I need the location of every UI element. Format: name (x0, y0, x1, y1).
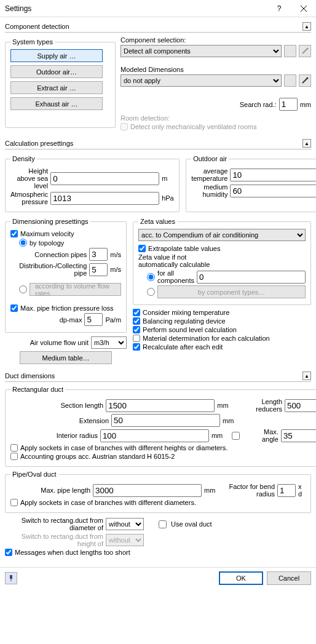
zeta-source-select[interactable]: acc. to Compendium of air conditioning (138, 229, 306, 241)
by-topology-radio[interactable] (19, 239, 27, 247)
legend-system-types: System types (10, 38, 55, 46)
window-title: Settings (5, 4, 267, 13)
eyedropper-button-1[interactable] (299, 45, 311, 57)
label-max-angle: Max. angle (249, 428, 278, 443)
label-section-length: Section length (10, 402, 103, 409)
factor-bend-input[interactable] (277, 484, 296, 497)
section-duct-dimensions: Duct dimensions ▲ Rectangular duct Secti… (5, 370, 311, 556)
use-oval-checkbox[interactable] (159, 520, 167, 528)
label-room-detection: Room detection: (120, 114, 311, 122)
by-types-radio[interactable] (147, 288, 155, 296)
pin-button[interactable] (5, 572, 17, 584)
component-selection-select[interactable]: Detect all components (120, 45, 282, 57)
sound-checkbox[interactable] (133, 326, 140, 333)
label-height: Height above sea level (10, 167, 48, 189)
label-air-volume-unit: Air volume flow unit (5, 339, 89, 346)
outdoor-air-button[interactable]: Outdoor air… (10, 65, 103, 78)
label-search-radius: Search rad.: (240, 101, 277, 108)
legend-outdoor-air: Outdoor air (191, 155, 229, 162)
conn-pipes-input[interactable] (89, 248, 108, 261)
max-angle-input[interactable] (281, 429, 316, 442)
unit-ms: m/s (110, 251, 121, 258)
avg-temp-input[interactable] (230, 169, 316, 181)
component-sel-sq1[interactable] (284, 45, 296, 57)
cancel-button[interactable]: Cancel (267, 571, 311, 585)
interior-radius-input[interactable] (100, 429, 209, 442)
help-button[interactable]: ? (267, 0, 291, 17)
unit-hpa: hPa (162, 194, 174, 202)
unit-mm: mm (211, 432, 224, 439)
consider-mixing-checkbox[interactable] (133, 309, 140, 316)
collapse-button[interactable]: ▲ (302, 139, 311, 148)
for-all-input[interactable] (197, 271, 306, 284)
unit-ms: m/s (110, 266, 121, 273)
dist-pipe-input[interactable] (89, 263, 108, 276)
unit-pam: Pa/m (105, 316, 121, 324)
max-pipe-length-input[interactable] (93, 484, 202, 497)
label-max-friction: Max. pipe friction pressure loss (20, 304, 114, 312)
section-calculation-presettings: Calculation presettings ▲ Density Height… (5, 138, 311, 364)
label-recalculate: Recalculate after each edit (143, 343, 223, 351)
by-types-button: by component types… (157, 285, 306, 298)
switch-diameter-select[interactable]: without (106, 518, 144, 530)
label-consider-mixing: Consider mixing temperature (143, 309, 229, 316)
rect-sockets-checkbox[interactable] (10, 444, 18, 451)
max-friction-checkbox[interactable] (10, 304, 18, 312)
supply-air-button[interactable]: Supply air … (10, 49, 103, 62)
label-switch-height: Switch to rectang.duct from height of (5, 533, 103, 547)
svg-point-5 (307, 78, 309, 79)
label-messages: Messages when duct lengths too short (15, 549, 130, 556)
search-radius-input[interactable] (279, 98, 298, 111)
collapse-button[interactable]: ▲ (302, 22, 311, 31)
material-checkbox[interactable] (133, 335, 140, 342)
label-material: Material determination for each calculat… (143, 335, 270, 342)
max-velocity-checkbox[interactable] (10, 230, 18, 237)
close-button[interactable] (291, 0, 316, 17)
label-for-all: for all components (157, 269, 194, 284)
extension-input[interactable] (111, 414, 220, 427)
section-length-input[interactable] (106, 399, 215, 412)
extrapolate-checkbox[interactable] (138, 245, 146, 252)
acc-volume-radio[interactable] (19, 285, 27, 293)
label-extrapolate: Extrapolate table values (148, 245, 220, 252)
max-angle-checkbox[interactable] (232, 432, 240, 440)
legend-density: Density (10, 155, 37, 162)
close-icon (301, 6, 307, 12)
recalculate-checkbox[interactable] (133, 343, 140, 351)
accounting-groups-checkbox[interactable] (10, 453, 18, 460)
label-balancing: Balancing regulating device (143, 317, 226, 325)
label-length-reducers: Length reducers (236, 398, 282, 413)
svg-rect-6 (10, 575, 12, 579)
length-reducers-input[interactable] (285, 399, 316, 412)
label-switch-diameter: Switch to rectang.duct from diameter of (5, 517, 103, 531)
modeled-dimensions-select[interactable]: do not apply (120, 74, 282, 87)
balancing-checkbox[interactable] (133, 317, 140, 325)
pin-icon (8, 575, 14, 581)
label-use-oval: Use oval duct (171, 520, 212, 528)
collapse-button[interactable]: ▲ (302, 372, 311, 380)
label-pipe-sockets: Apply sockets in case of branches with d… (20, 499, 196, 506)
modeled-dim-sq1[interactable] (284, 74, 296, 87)
label-extension: Extension (10, 417, 109, 424)
label-max-velocity: Maximum velocity (20, 230, 74, 237)
unit-m: m (162, 175, 174, 182)
eyedropper-button-2[interactable] (299, 74, 311, 87)
eyedropper-icon (301, 77, 309, 84)
extract-air-button[interactable]: Extract air … (10, 81, 103, 94)
for-all-radio[interactable] (147, 273, 155, 281)
medium-table-button[interactable]: Medium table… (20, 351, 112, 364)
svg-line-2 (302, 49, 307, 54)
height-input[interactable] (50, 172, 159, 185)
pressure-input[interactable] (50, 192, 159, 205)
label-dist-pipe: Distribution-/Collecting pipe (19, 262, 87, 277)
exhaust-air-button[interactable]: Exhaust air … (10, 97, 103, 110)
dpmax-input[interactable] (84, 313, 103, 326)
ok-button[interactable]: OK (219, 571, 263, 585)
titlebar: Settings ? (0, 0, 316, 17)
pipe-sockets-checkbox[interactable] (10, 499, 18, 506)
svg-point-3 (307, 48, 309, 50)
air-volume-unit-select[interactable]: m3/h (91, 336, 127, 349)
humidity-input[interactable] (230, 185, 316, 197)
label-by-topology: by topology (30, 239, 64, 247)
messages-checkbox[interactable] (5, 549, 12, 556)
